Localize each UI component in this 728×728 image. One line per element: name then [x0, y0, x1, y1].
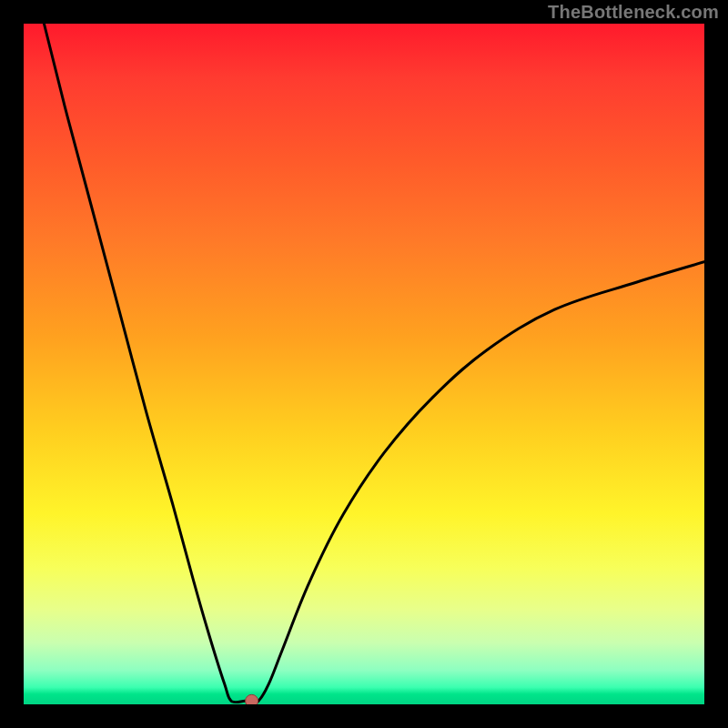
watermark-label: TheBottleneck.com	[548, 2, 719, 23]
curve-svg	[24, 24, 704, 704]
bottleneck-curve	[44, 24, 704, 703]
plot-area	[24, 24, 704, 704]
minimum-marker	[246, 694, 258, 704]
chart-stage: TheBottleneck.com	[0, 0, 728, 728]
